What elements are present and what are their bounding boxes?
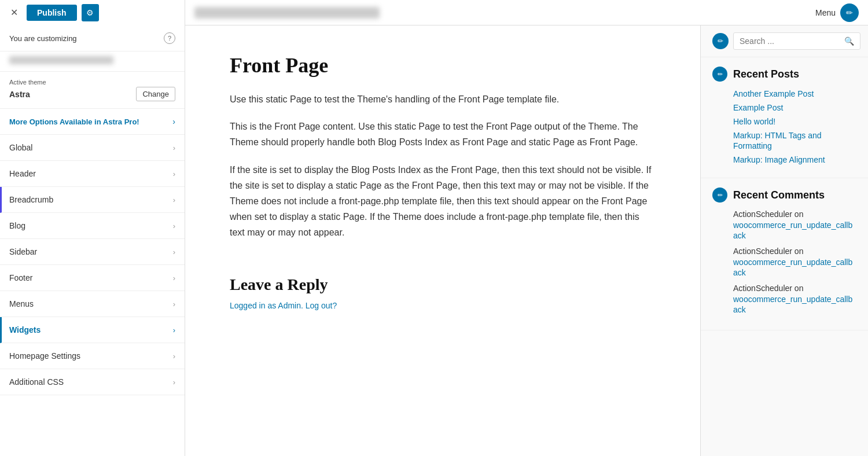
menu-label: Menu [815, 8, 836, 17]
page-paragraph: Use this static Page to test the Theme's… [230, 91, 656, 107]
site-url-blurred [194, 7, 380, 19]
sidebar-item-homepage-settings[interactable]: Homepage Settings› [0, 343, 185, 369]
top-bar: ✕ Publish ⚙ Menu ✏ [0, 0, 868, 25]
theme-name: Astra [9, 90, 30, 99]
nav-item-label: Breadcrumb [9, 195, 53, 204]
page-body: Use this static Page to test the Theme's… [230, 91, 656, 241]
page-paragraph: If the site is set to display the Blog P… [230, 162, 656, 241]
search-pencil-icon: ✏ [712, 33, 729, 49]
recent-post-link[interactable]: Another Example Post [733, 89, 814, 98]
nav-items: Global›Header›Breadcrumb›Blog›Sidebar›Fo… [0, 135, 185, 395]
main-layout: You are customizing ? Active theme Astra… [0, 25, 868, 456]
sidebar-item-additional-css[interactable]: Additional CSS› [0, 369, 185, 395]
search-icon[interactable]: 🔍 [844, 36, 854, 46]
list-item: Hello world! [733, 116, 856, 127]
right-sidebar: ✏ 🔍 ✏ Recent Posts Another Example PostE… [700, 25, 868, 456]
chevron-right-icon: › [172, 117, 175, 126]
chevron-icon: › [173, 222, 175, 230]
sidebar-item-blog[interactable]: Blog› [0, 213, 185, 239]
chevron-icon: › [173, 170, 175, 178]
comment-link-wrap: woocommerce_run_update_callback [733, 294, 856, 315]
recent-posts-pencil-icon: ✏ [712, 67, 727, 82]
chevron-icon: › [173, 326, 175, 334]
list-item: Another Example Post [733, 89, 856, 99]
reply-section: Leave a Reply Logged in as Admin. Log ou… [230, 275, 656, 310]
recent-posts-widget: ✏ Recent Posts Another Example PostExamp… [701, 57, 868, 178]
comment-link-wrap: woocommerce_run_update_callback [733, 220, 856, 241]
logged-in-link[interactable]: Logged in as Admin. [230, 301, 303, 310]
top-bar-right: Menu ✏ [806, 3, 868, 22]
chevron-icon: › [173, 274, 175, 282]
list-item: Markup: Image Alignment [733, 155, 856, 165]
recent-comments-title-row: ✏ Recent Comments [712, 187, 856, 203]
comment-author: ActionScheduler on [733, 284, 856, 293]
chevron-icon: › [173, 378, 175, 387]
nav-item-label: Sidebar [9, 247, 37, 256]
logout-link[interactable]: Log out? [306, 301, 337, 310]
help-icon[interactable]: ? [164, 32, 175, 44]
page-title: Front Page [230, 53, 656, 78]
recent-comments-pencil-icon: ✏ [712, 187, 727, 203]
page-paragraph: This is the Front Page content. Use this… [230, 119, 656, 150]
comment-link[interactable]: woocommerce_run_update_callback [733, 295, 852, 314]
theme-section: Active theme Astra Change [0, 72, 185, 109]
change-theme-button[interactable]: Change [136, 87, 175, 101]
comment-link-wrap: woocommerce_run_update_callback [733, 257, 856, 278]
site-name-section [0, 52, 185, 72]
search-input-wrap: 🔍 [733, 32, 860, 50]
nav-item-label: Widgets [9, 325, 41, 334]
recent-post-link[interactable]: Markup: Image Alignment [733, 155, 825, 164]
edit-icon[interactable]: ✏ [840, 3, 859, 22]
astra-pro-label: More Options Available in Astra Pro! [9, 117, 139, 126]
recent-posts-title-row: ✏ Recent Posts [712, 67, 856, 82]
recent-posts-title: Recent Posts [733, 68, 799, 80]
gear-button[interactable]: ⚙ [82, 4, 99, 21]
recent-comments-title: Recent Comments [733, 189, 825, 201]
recent-comments-list: ActionScheduler onwoocommerce_run_update… [712, 209, 856, 315]
preview-bar [185, 7, 806, 19]
top-bar-left: ✕ Publish ⚙ [0, 0, 185, 25]
preview-inner: Front Page Use this static Page to test … [211, 25, 674, 338]
search-widget: ✏ 🔍 [701, 25, 868, 57]
sidebar-item-global[interactable]: Global› [0, 135, 185, 161]
nav-item-label: Menus [9, 299, 34, 308]
preview-content: Front Page Use this static Page to test … [185, 25, 700, 456]
chevron-icon: › [173, 352, 175, 361]
publish-button[interactable]: Publish [27, 5, 77, 21]
sidebar-item-sidebar[interactable]: Sidebar› [0, 239, 185, 265]
recent-post-link[interactable]: Example Post [733, 103, 783, 112]
astra-pro-item[interactable]: More Options Available in Astra Pro! › [0, 109, 185, 135]
search-input[interactable] [740, 36, 841, 46]
list-item: ActionScheduler onwoocommerce_run_update… [712, 284, 856, 315]
nav-item-label: Blog [9, 221, 25, 230]
preview-area: Front Page Use this static Page to test … [185, 25, 700, 456]
chevron-icon: › [173, 196, 175, 204]
comment-author: ActionScheduler on [733, 209, 856, 219]
theme-label: Active theme [9, 79, 175, 86]
comment-author: ActionScheduler on [733, 247, 856, 256]
recent-post-link[interactable]: Hello world! [733, 117, 775, 126]
recent-post-link[interactable]: Markup: HTML Tags and Formatting [733, 131, 822, 150]
nav-item-label: Global [9, 143, 32, 152]
chevron-icon: › [173, 300, 175, 308]
comment-link[interactable]: woocommerce_run_update_callback [733, 220, 852, 240]
nav-item-label: Footer [9, 273, 32, 282]
recent-posts-list: Another Example PostExample PostHello wo… [712, 89, 856, 165]
chevron-icon: › [173, 144, 175, 152]
list-item: ActionScheduler onwoocommerce_run_update… [712, 209, 856, 241]
close-button[interactable]: ✕ [6, 5, 22, 21]
list-item: Markup: HTML Tags and Formatting [733, 130, 856, 151]
sidebar-item-menus[interactable]: Menus› [0, 291, 185, 317]
sidebar-item-header[interactable]: Header› [0, 161, 185, 187]
sidebar-item-breadcrumb[interactable]: Breadcrumb› [0, 187, 185, 213]
customizer-sidebar: You are customizing ? Active theme Astra… [0, 25, 185, 456]
chevron-icon: › [173, 248, 175, 256]
comment-link[interactable]: woocommerce_run_update_callback [733, 258, 852, 277]
theme-row: Astra Change [9, 87, 175, 101]
sidebar-item-footer[interactable]: Footer› [0, 265, 185, 291]
sidebar-header: You are customizing ? [0, 25, 185, 52]
leave-reply-title: Leave a Reply [230, 275, 656, 294]
sidebar-item-widgets[interactable]: Widgets› [0, 317, 185, 343]
list-item: Example Post [733, 102, 856, 113]
logged-in-text: Logged in as Admin. Log out? [230, 301, 656, 310]
